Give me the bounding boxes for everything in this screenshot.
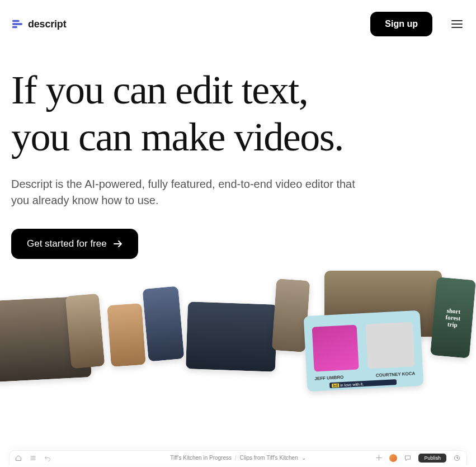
plus-icon[interactable]: [375, 454, 383, 462]
podcast-caption-highlight: fell: [332, 383, 339, 388]
publish-button[interactable]: Publish: [418, 454, 446, 463]
podcast-names: JEFF UMBRO COURTNEY KOCA: [314, 371, 415, 381]
editor-right-controls: Publish: [375, 454, 461, 463]
svg-rect-0: [12, 20, 20, 22]
podcast-name-right: COURTNEY KOCA: [376, 371, 416, 378]
breadcrumb-clip: Clips from Tiff's Kitchen: [240, 455, 298, 461]
hamburger-icon: [451, 20, 463, 28]
logo-text: descript: [28, 18, 66, 30]
thumbnail-4: [142, 286, 184, 361]
arrow-right-icon: [114, 240, 122, 247]
hero-title-line2: you can make videos.: [11, 115, 343, 159]
hero: If you can edit text, you can make video…: [0, 36, 476, 259]
hero-title-line1: If you can edit text,: [11, 68, 308, 112]
hero-title: If you can edit text, you can make video…: [11, 67, 465, 161]
svg-rect-1: [12, 23, 22, 25]
thumbnail-podcast: JEFF UMBRO COURTNEY KOCA fell in love wi…: [304, 310, 424, 392]
logo[interactable]: descript: [11, 18, 66, 30]
hero-subtitle: Descript is the AI-powered, fully featur…: [11, 176, 358, 209]
svg-rect-2: [12, 26, 17, 29]
home-icon[interactable]: [15, 455, 22, 461]
sign-up-button[interactable]: Sign up: [370, 12, 432, 36]
cta-label: Get started for free: [27, 238, 107, 249]
editor-left-controls: [15, 455, 51, 461]
get-started-button[interactable]: Get started for free: [11, 229, 138, 259]
svg-rect-3: [451, 20, 463, 21]
header: descript Sign up: [0, 0, 476, 36]
list-icon[interactable]: [30, 455, 36, 461]
svg-rect-4: [451, 23, 463, 25]
thumbnail-5: [186, 301, 277, 372]
podcast-caption: fell in love with it.: [329, 379, 397, 388]
podcast-name-left: JEFF UMBRO: [314, 375, 343, 381]
comment-icon[interactable]: [404, 454, 412, 462]
history-icon[interactable]: [453, 454, 461, 462]
chevron-down-icon: ⌄: [301, 455, 306, 461]
podcast-guest-right: [366, 322, 415, 369]
editor-toolbar: Tiff's Kitchen in Progress / Clips from …: [9, 450, 467, 465]
podcast-guest-left: [312, 325, 359, 372]
podcast-caption-rest: in love with it.: [340, 382, 364, 387]
undo-icon[interactable]: [44, 455, 51, 461]
breadcrumb-project: Tiff's Kitchen in Progress: [170, 455, 232, 461]
forest-line3: trip: [447, 320, 458, 328]
thumbnail-3: [107, 303, 146, 367]
thumbnail-2: [65, 294, 105, 369]
thumbnail-forest: short forest trip: [430, 277, 476, 358]
logo-icon: [11, 18, 23, 30]
editor-breadcrumb[interactable]: Tiff's Kitchen in Progress / Clips from …: [170, 455, 306, 461]
avatar[interactable]: [389, 454, 397, 462]
breadcrumb-separator: /: [235, 455, 237, 461]
menu-button[interactable]: [449, 18, 465, 30]
svg-rect-5: [451, 27, 463, 28]
image-strip: JEFF UMBRO COURTNEY KOCA fell in love wi…: [0, 264, 476, 404]
header-right: Sign up: [370, 12, 465, 36]
